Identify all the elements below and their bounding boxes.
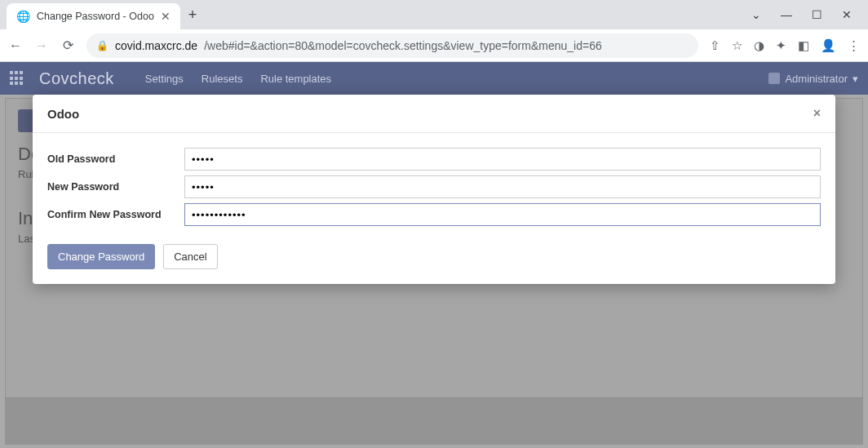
- maximize-button[interactable]: ☐: [812, 8, 822, 21]
- app-navbar: Covcheck Settings Rulesets Rule template…: [0, 62, 868, 95]
- browser-tab[interactable]: 🌐 Change Password - Odoo ✕: [7, 3, 180, 29]
- modal-title: Odoo: [47, 107, 79, 121]
- back-button[interactable]: ←: [8, 38, 23, 53]
- refresh-ext-icon[interactable]: ◑: [754, 38, 764, 53]
- user-menu[interactable]: Administrator ▾: [768, 73, 858, 85]
- change-password-button[interactable]: Change Password: [47, 244, 155, 269]
- profile-icon[interactable]: 👤: [821, 38, 836, 53]
- close-window-button[interactable]: ✕: [842, 8, 852, 21]
- share-icon[interactable]: ⇧: [710, 38, 720, 53]
- globe-icon: 🌐: [16, 10, 30, 23]
- menu-icon[interactable]: ⋮: [848, 38, 860, 53]
- new-password-input[interactable]: [184, 175, 821, 198]
- nav-link-rulesets[interactable]: Rulesets: [202, 73, 243, 85]
- extensions-icon[interactable]: ✦: [776, 38, 786, 53]
- confirm-password-label: Confirm New Password: [47, 209, 184, 220]
- close-tab-icon[interactable]: ✕: [161, 10, 170, 23]
- url-path: /web#id=&action=80&model=covcheck.settin…: [204, 39, 602, 52]
- bookmark-icon[interactable]: ☆: [732, 38, 742, 53]
- brand[interactable]: Covcheck: [39, 69, 114, 88]
- change-password-modal: Odoo × Old Password New Password Confirm…: [33, 95, 835, 284]
- nav-link-rule-templates[interactable]: Rule templates: [260, 73, 331, 85]
- omnibox[interactable]: 🔒 covid.maxcrc.de/web#id=&action=80&mode…: [86, 33, 698, 58]
- nav-links: Settings Rulesets Rule templates: [145, 73, 331, 85]
- modal-overlay: Odoo × Old Password New Password Confirm…: [0, 95, 868, 448]
- url-host: covid.maxcrc.de: [115, 39, 197, 52]
- minimize-button[interactable]: —: [781, 8, 792, 21]
- lock-icon: 🔒: [96, 40, 108, 51]
- sidepanel-icon[interactable]: ◧: [798, 38, 809, 53]
- close-icon[interactable]: ×: [813, 106, 821, 121]
- user-name: Administrator: [785, 73, 848, 85]
- confirm-password-input[interactable]: [184, 203, 821, 226]
- browser-tabbar: 🌐 Change Password - Odoo ✕ + ⌄ — ☐ ✕: [0, 0, 868, 29]
- caret-down-icon: ▾: [852, 73, 858, 85]
- old-password-input[interactable]: [184, 148, 821, 171]
- chevron-down-icon[interactable]: ⌄: [751, 8, 761, 21]
- cancel-button[interactable]: Cancel: [163, 244, 217, 269]
- address-bar: ← → ⟳ 🔒 covid.maxcrc.de/web#id=&action=8…: [0, 29, 868, 62]
- apps-icon[interactable]: [10, 71, 24, 86]
- window-controls: ⌄ — ☐ ✕: [751, 8, 861, 21]
- forward-button: →: [34, 38, 49, 53]
- old-password-label: Old Password: [47, 153, 184, 165]
- avatar-icon: [768, 73, 780, 84]
- new-tab-button[interactable]: +: [188, 7, 197, 24]
- reload-button[interactable]: ⟳: [60, 38, 75, 53]
- tab-title: Change Password - Odoo: [37, 11, 154, 22]
- new-password-label: New Password: [47, 181, 184, 193]
- nav-link-settings[interactable]: Settings: [145, 73, 184, 85]
